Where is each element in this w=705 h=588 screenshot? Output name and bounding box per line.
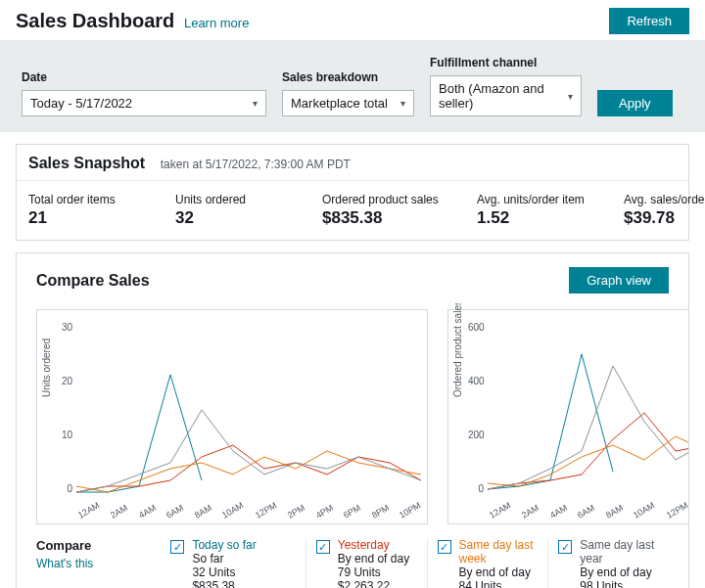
metric-label: Avg. units/order item xyxy=(477,193,600,206)
channel-value: Both (Amazon and seller) xyxy=(439,81,568,111)
apply-button[interactable]: Apply xyxy=(597,90,673,116)
learn-more-link[interactable]: Learn more xyxy=(184,16,249,30)
metric-label: Units ordered xyxy=(175,193,299,206)
series-name: Yesterday xyxy=(338,538,409,552)
metric-label: Total order items xyxy=(28,193,152,206)
channel-select[interactable]: Both (Amazon and seller) ▾ xyxy=(430,75,582,116)
date-value: Today - 5/17/2022 xyxy=(30,96,132,111)
breakdown-select[interactable]: Marketplace total ▾ xyxy=(282,90,414,116)
chart: Units ordered302010012AM2AM4AM6AM8AM10AM… xyxy=(36,309,428,524)
series-sub: So far xyxy=(192,552,256,565)
compare-title: Compare Sales xyxy=(36,272,150,290)
graph-view-button[interactable]: Graph view xyxy=(569,267,669,294)
series-units: 98 Units xyxy=(580,579,659,588)
checkbox-icon[interactable]: ✓ xyxy=(438,540,451,554)
chart: Ordered product sales600400200012AM2AM4A… xyxy=(447,309,688,524)
snapshot-title: Sales Snapshot xyxy=(28,155,145,171)
whats-this-link[interactable]: What's this xyxy=(36,557,161,570)
checkbox-icon[interactable]: ✓ xyxy=(170,540,184,554)
metric-value: 32 xyxy=(175,208,299,228)
date-label: Date xyxy=(22,70,266,84)
chevron-down-icon: ▾ xyxy=(400,98,405,109)
series-units: 79 Units xyxy=(338,565,409,579)
channel-label: Fulfillment channel xyxy=(430,56,582,69)
series-sub: By end of day xyxy=(338,552,409,565)
snapshot-timestamp: taken at 5/17/2022, 7:39:00 AM PDT xyxy=(161,158,351,171)
breakdown-label: Sales breakdown xyxy=(282,70,414,84)
series-sub: By end of day xyxy=(580,565,659,579)
breakdown-value: Marketplace total xyxy=(291,96,388,111)
metrics-row: Total order items21Units ordered32Ordere… xyxy=(17,181,688,240)
series-name: Same day last year xyxy=(580,538,659,565)
chevron-down-icon: ▾ xyxy=(568,91,573,102)
metric-label: Ordered product sales xyxy=(322,193,453,206)
page-title: Sales Dashboard xyxy=(16,10,174,31)
series-name: Same day last week xyxy=(459,538,539,565)
series-sales: $835.38 xyxy=(192,579,256,588)
series-sales: $2,263.22 xyxy=(338,579,409,588)
date-select[interactable]: Today - 5/17/2022 ▾ xyxy=(22,90,266,116)
series-name: Today so far xyxy=(192,538,256,552)
compare-footer-title: Compare xyxy=(36,538,161,553)
metric-value: $835.38 xyxy=(322,208,453,228)
refresh-button[interactable]: Refresh xyxy=(609,8,689,34)
series-units: 32 Units xyxy=(192,565,256,579)
metric-value: 21 xyxy=(28,208,152,228)
checkbox-icon[interactable]: ✓ xyxy=(316,540,330,554)
metric-value: $39.78 xyxy=(624,208,705,228)
checkbox-icon[interactable]: ✓ xyxy=(558,540,572,554)
series-units: 84 Units xyxy=(459,579,539,588)
metric-value: 1.52 xyxy=(477,208,600,228)
series-sub: By end of day xyxy=(459,565,539,579)
metric-label: Avg. sales/order item xyxy=(624,193,705,206)
chevron-down-icon: ▾ xyxy=(253,98,258,109)
